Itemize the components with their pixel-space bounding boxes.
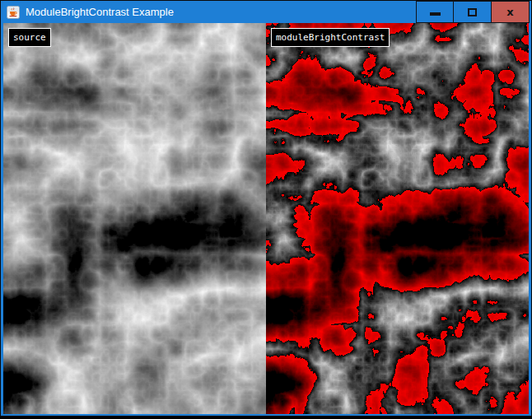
source-panel: source bbox=[3, 23, 266, 414]
result-label: moduleBrightContrast bbox=[271, 28, 390, 47]
maximize-square-icon bbox=[468, 8, 477, 16]
minimize-dash-icon bbox=[430, 12, 441, 16]
minimize-button[interactable] bbox=[416, 1, 454, 23]
desktop-background: ModuleBrightContrast Example x source bbox=[0, 0, 532, 419]
close-x-icon: x bbox=[506, 7, 513, 17]
module-bright-contrast-image bbox=[266, 23, 529, 414]
source-label: source bbox=[8, 28, 51, 47]
result-panel: moduleBrightContrast bbox=[266, 23, 529, 414]
java-cup-icon bbox=[7, 6, 20, 19]
source-image bbox=[3, 23, 266, 414]
window-controls: x bbox=[416, 1, 530, 23]
app-window: ModuleBrightContrast Example x source bbox=[0, 0, 532, 417]
window-title: ModuleBrightContrast Example bbox=[26, 1, 174, 23]
close-button[interactable]: x bbox=[492, 1, 530, 23]
maximize-button[interactable] bbox=[454, 1, 492, 23]
titlebar[interactable]: ModuleBrightContrast Example x bbox=[1, 1, 531, 23]
image-viewer-content: source moduleBrightContrast bbox=[3, 23, 529, 414]
